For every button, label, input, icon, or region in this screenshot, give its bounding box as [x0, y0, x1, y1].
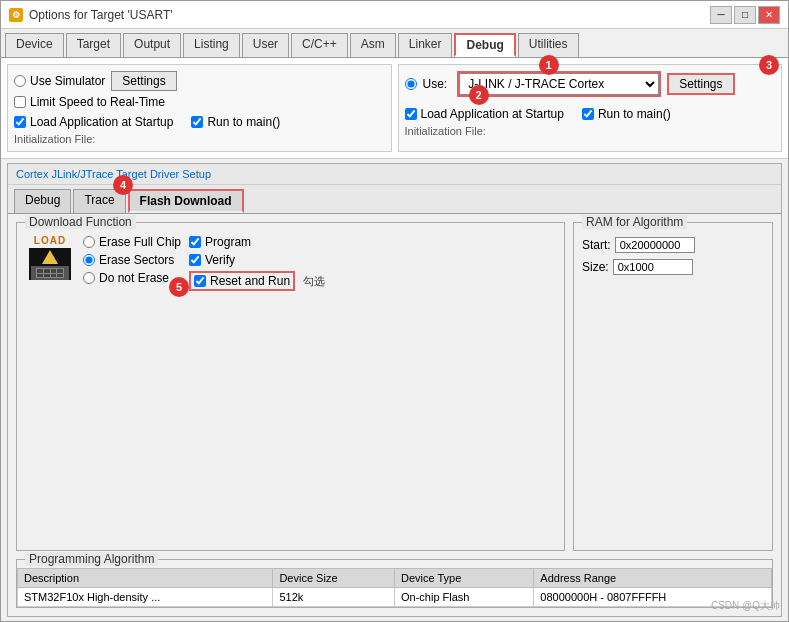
cell-device-size: 512k	[273, 588, 395, 607]
algo-table-container: Description Device Size Device Type Addr…	[17, 568, 772, 607]
col-address-range: Address Range	[534, 569, 772, 588]
main-window: ⚙ Options for Target 'USART' ─ □ ✕ Devic…	[0, 0, 789, 622]
load-text: LOAD	[34, 235, 66, 246]
ram-start-label: Start:	[582, 238, 611, 252]
tab-cpp[interactable]: C/C++	[291, 33, 348, 57]
col-description: Description	[18, 569, 273, 588]
inner-tab-bar: 4 Debug Trace Flash Download	[8, 185, 781, 214]
run-to-main-checkbox-left[interactable]: Run to main()	[191, 115, 280, 129]
use-radio[interactable]	[405, 78, 417, 90]
use-simulator-radio[interactable]: Use Simulator	[14, 74, 105, 88]
top-section: Use Simulator Settings Limit Speed to Re…	[1, 58, 788, 159]
tab-user[interactable]: User	[242, 33, 289, 57]
reset-and-run-box: Reset and Run	[189, 271, 295, 291]
erase-full-chip-radio[interactable]: Erase Full Chip	[83, 235, 181, 249]
tab-utilities[interactable]: Utilities	[518, 33, 579, 57]
erase-options: Erase Full Chip Erase Sectors Do not Era…	[83, 235, 181, 291]
inner-content: Download Function LOAD	[8, 214, 781, 559]
window-controls: ─ □ ✕	[710, 6, 780, 24]
annotation-2: 2	[469, 85, 489, 105]
run-to-main-checkbox-right[interactable]: Run to main()	[582, 107, 671, 121]
annotation-4: 4	[113, 175, 133, 195]
limit-speed-checkbox[interactable]: Limit Speed to Real-Time	[14, 95, 165, 109]
reset-and-run-label: Reset and Run	[210, 274, 290, 288]
inner-dialog: Cortex JLink/JTrace Target Driver Setup …	[7, 163, 782, 617]
tab-target[interactable]: Target	[66, 33, 121, 57]
reset-and-run-checkbox[interactable]	[194, 275, 206, 287]
col-device-type: Device Type	[394, 569, 533, 588]
init-file-right: Initialization File:	[405, 125, 776, 137]
main-tab-bar: Device Target Output Listing User C/C++ …	[1, 29, 788, 58]
app-icon: ⚙	[9, 8, 23, 22]
load-app-checkbox-left[interactable]: Load Application at Startup	[14, 115, 173, 129]
ram-section-title: RAM for Algorithm	[582, 215, 687, 229]
minimize-button[interactable]: ─	[710, 6, 732, 24]
inner-tab-flash-download[interactable]: Flash Download	[128, 189, 244, 213]
load-icon: LOAD	[25, 235, 75, 291]
tab-linker[interactable]: Linker	[398, 33, 453, 57]
load-app-checkbox-right[interactable]: Load Application at Startup	[405, 107, 564, 121]
ram-size-input[interactable]	[613, 259, 693, 275]
maximize-button[interactable]: □	[734, 6, 756, 24]
do-not-erase-radio[interactable]: Do not Erase	[83, 271, 181, 285]
tab-listing[interactable]: Listing	[183, 33, 240, 57]
table-row[interactable]: STM32F10x High-density ... 512k On-chip …	[18, 588, 772, 607]
ram-size-label: Size:	[582, 260, 609, 274]
tab-debug[interactable]: Debug	[454, 33, 515, 57]
window-title: Options for Target 'USART'	[29, 8, 173, 22]
title-bar: ⚙ Options for Target 'USART' ─ □ ✕	[1, 1, 788, 29]
debugger-dropdown-wrapper: 2 J-LINK / J-TRACE Cortex	[457, 71, 661, 97]
prog-algo-title: Programming Algorithm	[25, 552, 158, 566]
col-device-size: Device Size	[273, 569, 395, 588]
tab-output[interactable]: Output	[123, 33, 181, 57]
left-debug-panel: Use Simulator Settings Limit Speed to Re…	[7, 64, 392, 152]
algo-table: Description Device Size Device Type Addr…	[17, 568, 772, 607]
ram-start-input[interactable]	[615, 237, 695, 253]
annotation-5: 5	[169, 277, 189, 297]
cell-description: STM32F10x High-density ...	[18, 588, 273, 607]
close-button[interactable]: ✕	[758, 6, 780, 24]
right-settings-button[interactable]: Settings	[667, 73, 734, 95]
program-checkbox[interactable]: Program	[189, 235, 325, 249]
chinese-note: 勾选	[303, 274, 325, 289]
download-function-title: Download Function	[25, 215, 136, 229]
ram-section: RAM for Algorithm Start: Size:	[573, 222, 773, 551]
cell-device-type: On-chip Flash	[394, 588, 533, 607]
watermark: CSDN @Q大帅	[711, 599, 780, 613]
erase-sectors-radio[interactable]: Erase Sectors	[83, 253, 181, 267]
inner-tab-debug[interactable]: Debug	[14, 189, 71, 213]
verify-checkbox[interactable]: Verify	[189, 253, 325, 267]
annotation-3: 3	[759, 55, 779, 75]
tab-asm[interactable]: Asm	[350, 33, 396, 57]
tab-device[interactable]: Device	[5, 33, 64, 57]
init-file-left: Initialization File:	[14, 133, 385, 145]
right-debug-panel: 1 3 Use: 2 J-LINK / J-TRACE Cortex Setti…	[398, 64, 783, 152]
program-options: Program Verify 5 Reset and Run	[189, 235, 325, 291]
download-function-section: Download Function LOAD	[16, 222, 565, 551]
programming-algorithm-section: Programming Algorithm Description Device…	[16, 559, 773, 608]
annotation-1: 1	[539, 55, 559, 75]
left-settings-button[interactable]: Settings	[111, 71, 176, 91]
debugger-dropdown[interactable]: J-LINK / J-TRACE Cortex	[459, 73, 659, 95]
